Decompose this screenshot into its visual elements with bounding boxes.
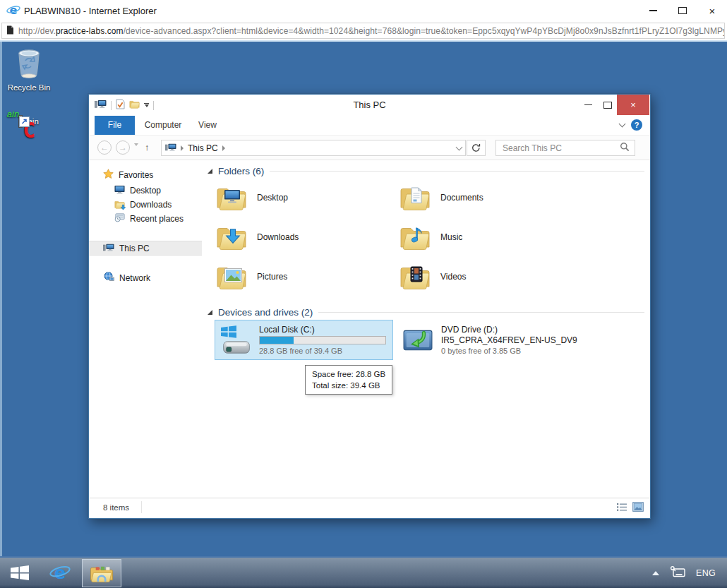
nav-item-recent-places[interactable]: Recent places [89,211,202,226]
address-bar[interactable]: This PC [161,140,466,156]
downloads-folder-icon [114,200,125,209]
folder-item-pictures[interactable]: Pictures [216,259,394,294]
status-bar: 8 items [89,498,650,517]
large-icons-view-button[interactable] [632,502,644,515]
folders-group-header[interactable]: Folders (6) [208,164,644,177]
drive-tooltip: Space free: 28.8 GB Total size: 39.4 GB [305,365,392,395]
folder-item-downloads[interactable]: Downloads [216,220,394,255]
taskbar-ie-button[interactable] [44,561,76,585]
explorer-titlebar[interactable]: This PC × [89,95,650,116]
browser-maximize-button[interactable] [668,0,697,21]
close-icon: × [709,6,716,16]
nav-item-downloads[interactable]: Downloads [89,197,202,212]
address-input[interactable]: http://dev.practice-labs.com/device-adva… [1,23,725,39]
recycle-bin-icon [1,47,56,81]
recent-places-icon [114,212,125,224]
film-emblem-icon [410,266,423,282]
collapse-group-icon[interactable] [208,169,212,174]
desktop[interactable]: Recycle Bin C ain Cain [0,42,727,556]
search-icon[interactable] [620,142,630,155]
breadcrumb-chevron-icon[interactable] [181,145,184,151]
explorer-main: Favorites Desktop Downloads [89,160,650,498]
desktop-icon [114,185,125,196]
folder-item-videos[interactable]: Videos [399,259,577,294]
separator [141,501,142,513]
download-arrow-emblem-icon [224,227,241,244]
minimize-icon [649,10,657,11]
cain-shortcut[interactable]: C ain Cain [1,117,56,126]
tab-computer[interactable]: Computer [140,116,186,135]
ie-logo-icon [6,4,20,20]
window-maximize-button[interactable] [598,95,617,115]
nav-item-favorites[interactable]: Favorites [89,167,202,182]
up-button[interactable]: ↑ [145,142,150,152]
nav-item-network[interactable]: Network [89,270,202,285]
star-icon [103,169,114,181]
monitor-emblem-icon [224,189,241,203]
page-icon [6,25,14,37]
browser-titlebar: PLABWIN810 - Internet Explorer × [0,0,727,21]
this-pc-icon [103,243,114,254]
drives-group-header[interactable]: Devices and drives (2) [208,306,644,318]
expand-ribbon-icon[interactable] [619,121,626,128]
browser-close-button[interactable]: × [697,0,727,21]
folder-item-music[interactable]: Music [399,220,577,255]
windows-flag-icon [11,565,29,580]
nav-item-desktop[interactable]: Desktop [89,183,202,198]
recent-locations-icon[interactable] [134,146,138,159]
minimize-icon [584,104,592,106]
network-icon [103,272,114,284]
folder-item-documents[interactable]: Documents [399,180,577,215]
group-header-rule [318,312,644,313]
folder-item-desktop[interactable]: Desktop [216,180,394,215]
file-explorer-icon [90,564,114,583]
windows-flag-icon [221,325,236,338]
drive-name: Local Disk (C:) [259,325,386,335]
drive-free-space: 0 bytes free of 3.85 GB [441,346,577,356]
search-input[interactable] [501,143,620,154]
collapse-group-icon[interactable] [208,310,212,315]
maximize-icon [603,102,612,109]
drive-item-local-disk-c[interactable]: Local Disk (C:) 28.8 GB free of 39.4 GB [215,320,393,360]
browser-minimize-button[interactable] [638,0,668,21]
search-box[interactable] [495,140,635,156]
start-button[interactable] [7,563,32,582]
browser-window-controls: × [638,0,727,21]
drive-item-dvd-d[interactable]: DVD Drive (D:) IR5_CPRA_X64FREV_EN-US_DV… [402,321,635,359]
hard-disk-icon [220,325,253,355]
navigation-pane: Favorites Desktop Downloads [89,160,202,498]
tooltip-total-size: Total size: 39.4 GB [312,380,385,391]
details-view-button[interactable] [616,502,627,515]
window-minimize-button[interactable] [579,95,598,115]
drive-name: DVD Drive (D:) [441,325,577,335]
address-dropdown-icon[interactable] [456,143,463,150]
show-hidden-icons-button[interactable] [652,571,659,575]
disk-usage-fill [260,337,294,344]
explorer-window: This PC × File Computer View ? ← → [88,94,651,519]
system-tray: ENG [652,558,716,588]
disk-usage-bar [259,336,386,344]
tab-view[interactable]: View [191,116,224,135]
this-pc-icon [165,143,176,154]
tab-file[interactable]: File [95,116,135,135]
recycle-bin-shortcut[interactable]: Recycle Bin [1,47,56,92]
language-indicator[interactable]: ENG [696,568,716,578]
ie-icon [49,563,71,584]
url-text: http://dev.practice-labs.com/device-adva… [18,26,725,36]
window-close-button[interactable]: × [617,95,649,115]
photo-emblem-icon [224,268,242,282]
back-button[interactable]: ← [97,140,112,155]
breadcrumb-chevron-icon[interactable] [222,145,225,151]
shortcut-arrow-icon [19,116,30,127]
input-method-icon[interactable] [670,565,685,580]
help-button[interactable]: ? [631,119,642,131]
breadcrumb-location[interactable]: This PC [188,143,218,153]
nav-item-this-pc[interactable]: This PC [89,241,202,256]
refresh-button[interactable] [467,140,486,156]
volume-label: IR5_CPRA_X64FREV_EN-US_DV9 [441,335,577,346]
forward-button[interactable]: → [116,140,130,155]
taskbar-explorer-button[interactable] [82,559,121,587]
item-count: 8 items [103,503,129,512]
screen: e PLABWIN810 - Internet Explorer × http:… [0,0,727,588]
close-icon: × [630,100,636,109]
